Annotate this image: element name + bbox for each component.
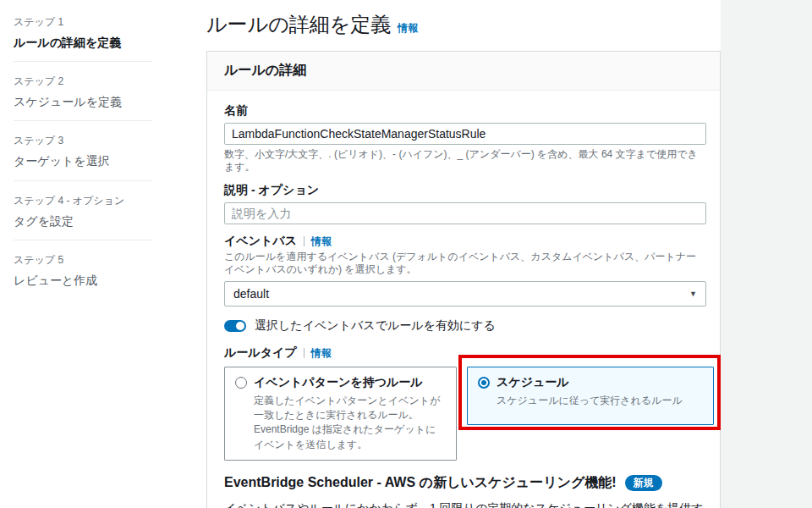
enable-rule-toggle[interactable] [224, 320, 246, 332]
description-field: 説明 - オプション [224, 183, 706, 224]
rule-detail-card: ルールの詳細 名前 数字、小文字/大文字、. (ピリオド)、- (ハイフン)、_… [206, 51, 721, 508]
step-number: ステップ 5 [14, 253, 152, 268]
right-gutter [721, 0, 812, 508]
event-bus-info-link[interactable]: 情報 [311, 235, 332, 249]
new-badge: 新規 [625, 475, 662, 491]
option-rule-with-event-pattern[interactable]: イベントパターンを持つルール 定義したイベントパターンとイベントが一致したときに… [224, 367, 457, 461]
label-divider [304, 348, 304, 358]
name-input[interactable] [224, 123, 706, 145]
step-item-4: ステップ 4 - オプション タグを設定 [14, 180, 152, 229]
create-rule-wizard-page: ステップ 1 ルールの詳細を定義 ステップ 2 スケジュールを定義 ステップ 3… [0, 0, 812, 508]
sidebar-item-select-targets[interactable]: ターゲットを選択 [14, 153, 152, 168]
rule-type-options: イベントパターンを持つルール 定義したイベントパターンとイベントが一致したときに… [224, 367, 706, 461]
option-title: スケジュール [497, 375, 683, 390]
name-helper-text: 数字、小文字/大文字、. (ピリオド)、- (ハイフン)、_ (アンダーバー) … [224, 148, 706, 174]
step-item-3: ステップ 3 ターゲットを選択 [14, 120, 152, 168]
wizard-steps-sidebar: ステップ 1 ルールの詳細を定義 ステップ 2 スケジュールを定義 ステップ 3… [0, 0, 206, 508]
main-content: ルールの詳細を定義 情報 ルールの詳細 名前 数字、小文字/大文字、. (ピリオ… [206, 0, 721, 508]
option-description: スケジュールに従って実行されるルール [497, 394, 683, 408]
radio-unchecked-icon[interactable] [235, 377, 247, 389]
option-description: 定義したイベントパターンとイベントが一致したときに実行されるルール。EventB… [254, 394, 446, 453]
description-input[interactable] [224, 202, 706, 224]
step-number: ステップ 2 [14, 75, 152, 89]
event-bus-select[interactable]: default ▼ [224, 281, 706, 306]
radio-dot [481, 380, 486, 385]
name-label: 名前 [224, 103, 706, 119]
promo-heading: EventBridge Scheduler - AWS の新しいスケジューリング… [224, 474, 617, 492]
step-item-2: ステップ 2 スケジュールを定義 [14, 61, 152, 109]
option-content: スケジュール スケジュールに従って実行されるルール [497, 375, 683, 417]
toggle-knob-icon [236, 322, 244, 330]
event-bus-field: イベントバス 情報 このルールを適用するイベントバス (デフォルトのイベントバス… [224, 234, 706, 306]
sidebar-item-review-create[interactable]: レビューと作成 [14, 273, 152, 288]
radio-checked-icon[interactable] [478, 377, 490, 389]
option-title: イベントパターンを持つルール [254, 375, 446, 390]
event-bus-helper-text: このルールを適用するイベントバス (デフォルトのイベントバス、カスタムイベントバ… [224, 251, 706, 276]
name-field: 名前 数字、小文字/大文字、. (ピリオド)、- (ハイフン)、_ (アンダーバ… [224, 103, 706, 174]
page-title-row: ルールの詳細を定義 情報 [206, 11, 721, 38]
promo-heading-row: EventBridge Scheduler - AWS の新しいスケジューリング… [224, 474, 706, 492]
red-annotation-box-schedule: スケジュール スケジュールに従って実行されるルール [458, 355, 721, 430]
option-content: イベントパターンを持つルール 定義したイベントパターンとイベントが一致したときに… [254, 375, 446, 452]
page-title-info-link[interactable]: 情報 [398, 21, 418, 36]
step-item-5: ステップ 5 レビューと作成 [14, 240, 152, 288]
label-divider [304, 236, 304, 246]
enable-rule-toggle-row: 選択したイベントバスでルールを有効にする [224, 318, 706, 334]
event-bus-label: イベントバス [224, 234, 297, 249]
sidebar-item-define-rule-detail[interactable]: ルールの詳細を定義 [14, 35, 152, 50]
page-title: ルールの詳細を定義 [206, 11, 391, 38]
description-label: 説明 - オプション [224, 183, 706, 198]
event-bus-selected-value: default [233, 287, 269, 301]
enable-rule-toggle-label: 選択したイベントバスでルールを有効にする [255, 318, 496, 334]
rule-type-label: ルールタイプ [224, 345, 297, 361]
step-number: ステップ 4 - オプション [14, 194, 152, 208]
promo-body-text: イベントバスやルールにかかわらず、1 回限りの定期的なスケジューリング機能を提供… [224, 500, 706, 508]
option-schedule[interactable]: スケジュール スケジュールに従って実行されるルール [467, 367, 714, 425]
step-number: ステップ 1 [14, 15, 152, 30]
caret-down-icon: ▼ [689, 290, 697, 298]
card-body: 名前 数字、小文字/大文字、. (ピリオド)、- (ハイフン)、_ (アンダーバ… [207, 91, 720, 508]
sidebar-item-define-schedule[interactable]: スケジュールを定義 [14, 94, 152, 109]
step-item-1: ステップ 1 ルールの詳細を定義 [14, 15, 152, 50]
step-number: ステップ 3 [14, 134, 152, 148]
sidebar-item-configure-tags[interactable]: タグを設定 [14, 213, 152, 229]
scheduler-promo-section: EventBridge Scheduler - AWS の新しいスケジューリング… [224, 474, 706, 508]
event-bus-label-row: イベントバス 情報 [224, 234, 706, 249]
rule-type-info-link[interactable]: 情報 [311, 346, 332, 361]
rule-type-field: ルールタイプ 情報 イベントパターンを持つルール 定義したイベントパターンとイベ… [224, 345, 706, 461]
card-header: ルールの詳細 [207, 52, 720, 91]
